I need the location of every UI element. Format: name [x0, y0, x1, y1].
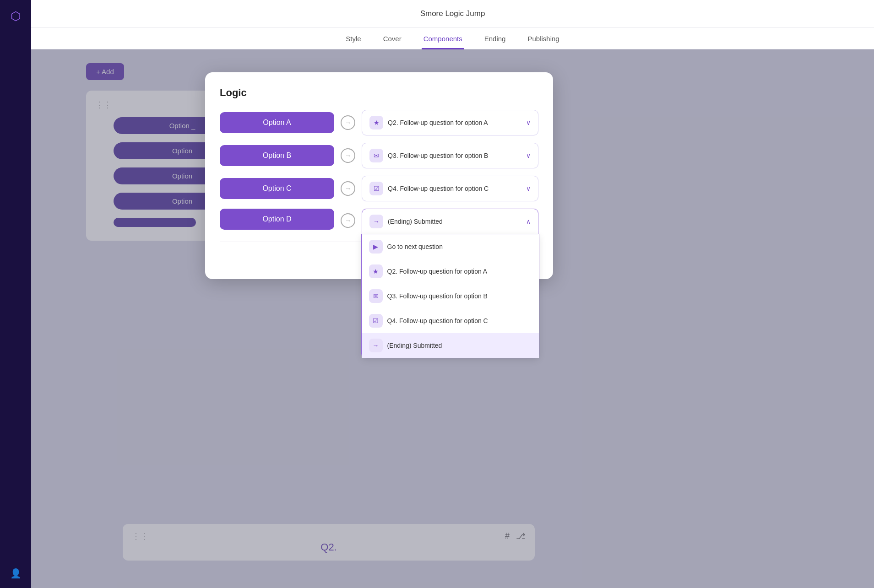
menu-item-q2[interactable]: ★ Q2. Follow-up question for option A — [362, 259, 539, 284]
chevron-down-b: ∨ — [526, 152, 531, 159]
dropdown-menu-d: ▶ Go to next question ★ Q2. Follow-up qu… — [361, 234, 539, 358]
top-bar: Smore Logic Jump — [0, 0, 874, 27]
tab-style[interactable]: Style — [344, 29, 363, 49]
option-a-button[interactable]: Option A — [220, 112, 334, 133]
sidebar: ⬡ 👤 — [0, 0, 31, 588]
arrow-d: → — [341, 213, 355, 228]
dropdown-text-d: (Ending) Submitted — [388, 218, 443, 225]
main-content: + Add ⋮⋮ ✎ # ⎇ ⧉ ◎ ⊞ 🗑 Option _ Option O… — [31, 49, 874, 588]
logic-modal: Logic Option A → ★ Q2. Follow-up questio… — [205, 72, 553, 279]
app-title: Smore Logic Jump — [420, 9, 485, 18]
option-row-a: Option A → ★ Q2. Follow-up question for … — [220, 110, 538, 135]
q4-icon: ☑ — [369, 314, 383, 328]
option-c-button[interactable]: Option C — [220, 178, 334, 199]
dropdown-icon-b: ✉ — [369, 149, 383, 162]
ending-icon: → — [369, 339, 383, 352]
menu-item-ending[interactable]: → (Ending) Submitted — [362, 333, 539, 358]
dropdown-b[interactable]: ✉ Q3. Follow-up question for option B ∨ — [362, 143, 538, 168]
menu-item-q4[interactable]: ☑ Q4. Follow-up question for option C — [362, 308, 539, 333]
menu-item-q3-label: Q3. Follow-up question for option B — [387, 292, 488, 300]
option-b-button[interactable]: Option B — [220, 145, 334, 166]
user-icon[interactable]: 👤 — [10, 568, 22, 579]
chevron-down-a: ∨ — [526, 119, 531, 126]
chevron-up-d: ∧ — [526, 218, 531, 225]
dropdown-text-b: Q3. Follow-up question for option B — [388, 152, 488, 159]
next-icon: ▶ — [369, 240, 383, 254]
tab-publishing[interactable]: Publishing — [526, 29, 561, 49]
dropdown-a[interactable]: ★ Q2. Follow-up question for option A ∨ — [362, 110, 538, 135]
dropdown-d[interactable]: → (Ending) Submitted ∧ — [362, 209, 538, 234]
option-d-button[interactable]: Option D — [220, 209, 334, 230]
option-row-b: Option B → ✉ Q3. Follow-up question for … — [220, 143, 538, 168]
tab-components[interactable]: Components — [422, 29, 464, 49]
q3-icon: ✉ — [369, 289, 383, 303]
dropdown-icon-a: ★ — [369, 116, 383, 129]
modal-title: Logic — [220, 87, 538, 99]
option-row-d: Option D → → (Ending) Submitted ∧ ▶ Go t… — [220, 209, 538, 234]
arrow-b: → — [341, 148, 355, 163]
tab-cover[interactable]: Cover — [381, 29, 403, 49]
dropdown-text-c: Q4. Follow-up question for option C — [388, 185, 489, 192]
arrow-a: → — [341, 115, 355, 130]
dropdown-text-a: Q2. Follow-up question for option A — [388, 119, 488, 126]
menu-item-next-label: Go to next question — [387, 243, 443, 250]
tab-ending[interactable]: Ending — [483, 29, 508, 49]
dropdown-c[interactable]: ☑ Q4. Follow-up question for option C ∨ — [362, 176, 538, 201]
dropdown-icon-c: ☑ — [369, 182, 383, 195]
menu-item-next[interactable]: ▶ Go to next question — [362, 234, 539, 259]
menu-item-ending-label: (Ending) Submitted — [387, 342, 442, 349]
dropdown-icon-d: → — [369, 215, 383, 228]
chevron-down-c: ∨ — [526, 185, 531, 192]
menu-item-q2-label: Q2. Follow-up question for option A — [387, 268, 488, 275]
sidebar-logo: ⬡ — [11, 9, 21, 23]
arrow-c: → — [341, 181, 355, 196]
q2-icon: ★ — [369, 264, 383, 278]
option-row-c: Option C → ☑ Q4. Follow-up question for … — [220, 176, 538, 201]
menu-item-q3[interactable]: ✉ Q3. Follow-up question for option B — [362, 284, 539, 308]
menu-item-q4-label: Q4. Follow-up question for option C — [387, 317, 488, 324]
nav-tabs: Style Cover Components Ending Publishing — [0, 27, 874, 49]
